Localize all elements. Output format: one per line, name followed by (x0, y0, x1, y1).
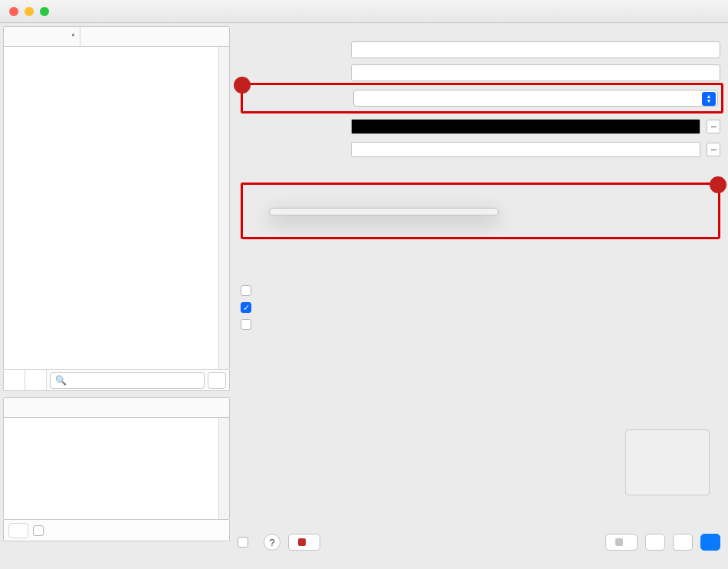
import-button[interactable] (673, 534, 693, 551)
preview-box (625, 429, 710, 495)
auswahl-checkbox[interactable]: ✓ (241, 302, 251, 313)
annotation-badge-1 (234, 77, 251, 94)
dossier-type-list[interactable]: ˄ (3, 26, 230, 370)
col-header-code[interactable]: ˄ (4, 27, 80, 46)
dialog-footer: ? (0, 531, 728, 554)
kuerzel-input[interactable] (351, 41, 720, 58)
col-header-name[interactable] (80, 27, 229, 46)
search-field[interactable]: 🔍 (50, 372, 205, 389)
add-button[interactable] (4, 370, 25, 390)
bag-icon (298, 538, 306, 546)
list-header: ˄ (4, 27, 229, 47)
name-input[interactable] (351, 64, 720, 81)
sort-asc-icon: ˄ (71, 32, 75, 41)
show-deleted-checkbox[interactable] (238, 537, 248, 548)
export-button[interactable] (645, 534, 665, 551)
list-header (4, 398, 229, 418)
chevron-updown-icon: ▲▼ (702, 92, 716, 106)
remove-button[interactable] (25, 370, 47, 390)
upload-icon (615, 538, 623, 546)
scrollbar[interactable] (218, 418, 229, 519)
hide-checkbox[interactable] (241, 285, 251, 296)
textcolor-swatch[interactable] (351, 119, 700, 134)
filter-dropdown[interactable] (208, 372, 226, 389)
window-controls (0, 7, 49, 16)
bgcolor-swatch[interactable] (351, 142, 700, 157)
search-icon: 🔍 (55, 375, 67, 386)
open-mode-dropdown[interactable] (269, 208, 499, 215)
maximize-icon[interactable] (40, 7, 49, 16)
ok-button[interactable] (700, 534, 720, 551)
minimize-icon[interactable] (25, 7, 34, 16)
tausch-center-button[interactable] (288, 534, 320, 551)
future-checkbox[interactable] (241, 319, 251, 330)
help-button[interactable]: ? (264, 534, 280, 551)
window-titlebar (0, 0, 728, 23)
day-sort-list[interactable] (3, 397, 230, 520)
annotation-badge-2 (710, 176, 726, 193)
clear-bgcolor-button[interactable]: − (707, 143, 720, 156)
medientyp-popup[interactable]: ▲▼ (353, 90, 718, 107)
upload-button[interactable] (605, 534, 638, 551)
col-header-daysort[interactable] (4, 398, 229, 417)
list-toolbar: 🔍 (3, 370, 230, 391)
scrollbar[interactable] (218, 47, 229, 369)
search-input[interactable] (70, 374, 199, 386)
close-icon[interactable] (9, 7, 18, 16)
clear-textcolor-button[interactable]: − (707, 120, 720, 133)
